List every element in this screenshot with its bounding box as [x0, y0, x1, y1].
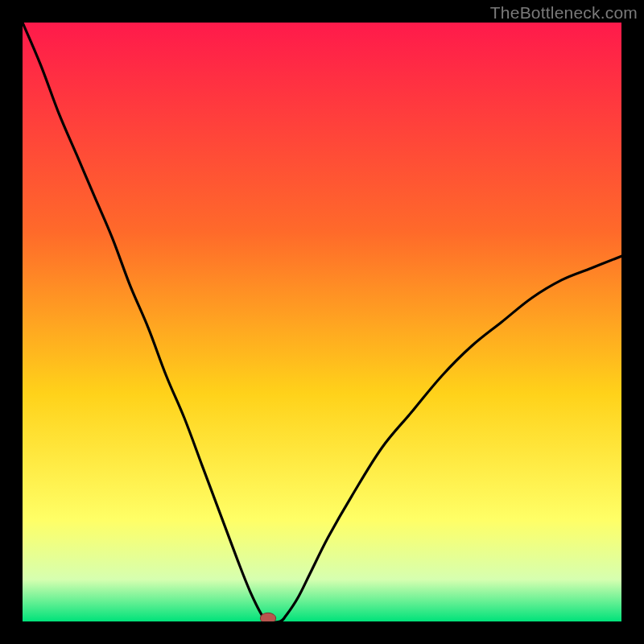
bottleneck-chart — [23, 23, 621, 621]
watermark-text: TheBottleneck.com — [490, 3, 638, 23]
optimal-point-marker — [260, 613, 275, 621]
chart-frame — [23, 23, 621, 621]
gradient-background — [23, 23, 621, 621]
